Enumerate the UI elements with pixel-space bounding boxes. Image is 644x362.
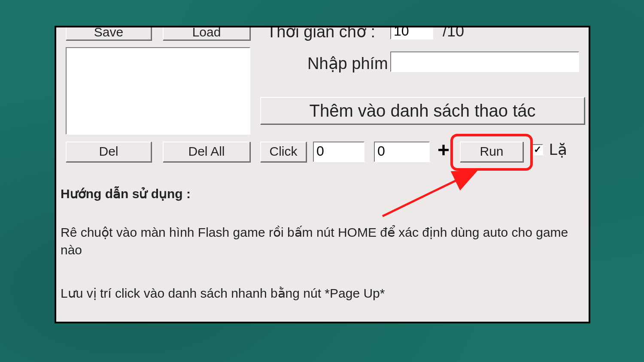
del-all-button[interactable]: Del All [163, 142, 250, 162]
wait-time-suffix: /10 [443, 26, 464, 40]
add-to-list-button[interactable]: Thêm vào danh sách thao tác [260, 97, 585, 124]
key-input[interactable] [390, 51, 579, 72]
wait-time-input[interactable]: 10 [390, 26, 433, 39]
plus-icon: + [437, 138, 450, 162]
wait-time-label: Thời gian chờ : [267, 26, 375, 41]
y-coord-input[interactable]: 0 [374, 142, 430, 162]
action-listbox[interactable] [66, 47, 250, 135]
key-input-label: Nhập phím : [307, 54, 397, 73]
instructions-title: Hướng dẫn sử dụng : [61, 186, 191, 201]
loop-checkbox[interactable]: ✓ [532, 144, 543, 155]
del-button[interactable]: Del [66, 142, 152, 162]
loop-checkbox-label: Lặ [549, 141, 567, 159]
annotation-arrow-icon [374, 165, 486, 220]
svg-line-1 [383, 172, 473, 216]
instructions-line-1: Rê chuột vào màn hình Flash game rồi bấm… [61, 224, 580, 259]
save-button[interactable]: Save [66, 26, 152, 40]
app-window: Save Load Thời gian chờ : 10 /10 Nhập ph… [55, 26, 590, 323]
x-coord-input[interactable]: 0 [313, 142, 365, 162]
click-button[interactable]: Click [260, 142, 307, 162]
run-button[interactable]: Run [460, 142, 523, 162]
load-button[interactable]: Load [163, 26, 250, 40]
instructions-line-2: Lưu vị trí click vào danh sách nhanh bằn… [61, 285, 580, 302]
